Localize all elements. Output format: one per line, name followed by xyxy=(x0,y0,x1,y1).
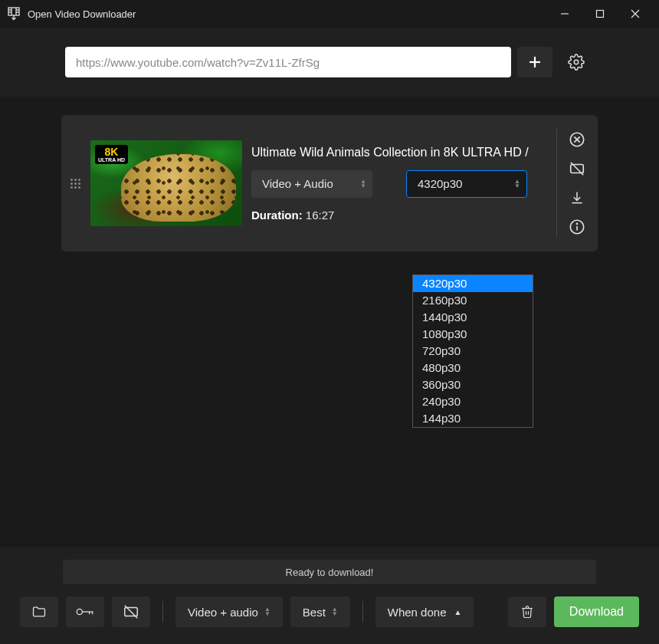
when-done-label: When done xyxy=(388,606,447,619)
duration-value: 16:27 xyxy=(306,209,335,222)
video-card: 8K ULTRA HD Ultimate Wild Animals Collec… xyxy=(61,115,598,251)
clear-all-button[interactable] xyxy=(508,596,546,627)
video-title: Ultimate Wild Animals Collection in 8K U… xyxy=(251,146,547,159)
chevron-updown-icon: ▲▼ xyxy=(264,607,270,616)
duration-label: Duration: xyxy=(251,209,303,222)
chevron-updown-icon: ▲▼ xyxy=(360,179,366,189)
format-select[interactable]: Video + audio ▲▼ xyxy=(175,596,283,627)
mode-select[interactable]: Video + Audio ▲▼ xyxy=(251,170,372,198)
quality-option[interactable]: 1440p30 xyxy=(413,309,533,326)
info-button[interactable] xyxy=(566,216,588,238)
titlebar: Open Video Downloader xyxy=(0,0,659,28)
close-button[interactable] xyxy=(618,0,653,28)
quality-preset-select[interactable]: Best ▲▼ xyxy=(290,596,350,627)
drag-handle-icon[interactable] xyxy=(69,179,81,189)
bottom-panel: Ready to download! Video + audio ▲▼ Best… xyxy=(0,547,659,644)
quality-option[interactable]: 720p30 xyxy=(413,343,533,360)
no-subtitle-button[interactable] xyxy=(566,158,588,179)
toolbar-separator xyxy=(362,601,363,623)
subtitle-toggle-button[interactable] xyxy=(112,596,150,627)
quality-select[interactable]: 4320p30 ▲▼ xyxy=(406,170,527,198)
when-done-select[interactable]: When done ▲ xyxy=(375,596,474,627)
add-url-button[interactable] xyxy=(517,47,552,77)
svg-point-14 xyxy=(574,60,579,64)
duration-row: Duration: 16:27 xyxy=(251,209,547,222)
status-text: Ready to download! xyxy=(286,567,374,578)
quality-option[interactable]: 2160p30 xyxy=(413,292,533,309)
format-select-label: Video + audio xyxy=(188,606,258,619)
thumb-quality-badge: 8K ULTRA HD xyxy=(95,145,128,164)
toolbar-separator xyxy=(162,601,163,623)
download-button-label: Download xyxy=(569,605,624,619)
bottom-toolbar: Video + audio ▲▼ Best ▲▼ When done ▲ Dow… xyxy=(20,596,639,627)
quality-option[interactable]: 144p30 xyxy=(413,410,533,427)
minimize-button[interactable] xyxy=(547,0,582,28)
app-icon xyxy=(6,6,21,21)
quality-dropdown[interactable]: 4320p302160p301440p301080p30720p30480p30… xyxy=(412,274,533,428)
quality-option[interactable]: 360p30 xyxy=(413,376,533,393)
svg-point-25 xyxy=(77,609,82,614)
svg-rect-0 xyxy=(8,8,19,15)
quality-option[interactable]: 4320p30 xyxy=(413,275,533,292)
caret-up-icon: ▲ xyxy=(454,608,461,616)
open-folder-button[interactable] xyxy=(20,596,58,627)
quality-preset-label: Best xyxy=(303,606,326,619)
settings-button[interactable] xyxy=(559,47,594,77)
download-button[interactable]: Download xyxy=(554,596,639,627)
chevron-updown-icon: ▲▼ xyxy=(332,607,338,616)
svg-rect-9 xyxy=(597,11,604,18)
quality-option[interactable]: 480p30 xyxy=(413,360,533,376)
svg-point-24 xyxy=(576,223,577,224)
quality-option[interactable]: 1080p30 xyxy=(413,326,533,343)
window-title: Open Video Downloader xyxy=(28,8,136,20)
video-thumbnail: 8K ULTRA HD xyxy=(90,140,242,226)
chevron-updown-icon: ▲▼ xyxy=(514,179,520,189)
maximize-button[interactable] xyxy=(582,0,618,28)
quality-option[interactable]: 240p30 xyxy=(413,393,533,410)
main-area: 8K ULTRA HD Ultimate Wild Animals Collec… xyxy=(0,97,659,537)
url-input[interactable] xyxy=(65,47,511,77)
quality-select-value: 4320p30 xyxy=(418,177,462,190)
status-bar: Ready to download! xyxy=(63,560,596,584)
auth-button[interactable] xyxy=(66,596,104,627)
download-item-button[interactable] xyxy=(566,187,588,209)
url-bar xyxy=(0,28,659,97)
remove-video-button[interactable] xyxy=(566,129,588,150)
mode-select-value: Video + Audio xyxy=(262,177,333,190)
